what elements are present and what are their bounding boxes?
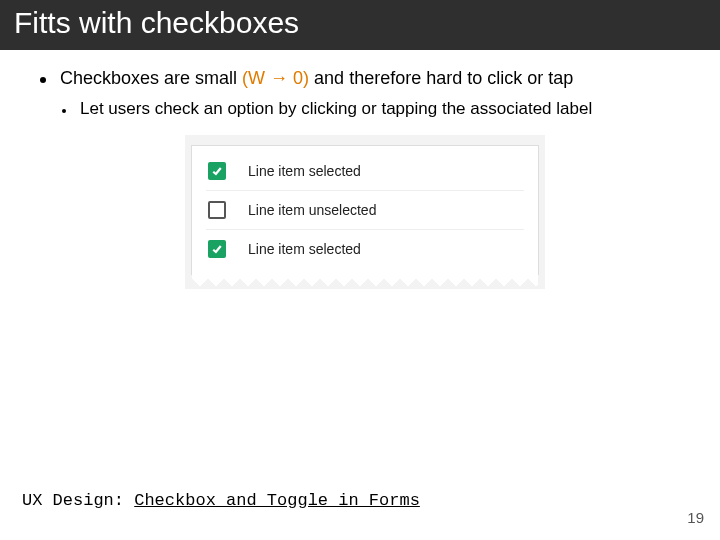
slide-title: Fitts with checkboxes — [14, 6, 299, 39]
bullet-dot-icon — [62, 109, 66, 113]
slide-body: Checkboxes are small (W → 0) and therefo… — [0, 50, 720, 289]
bullet-text-b: are small — [164, 68, 242, 88]
bullet-text-a: Checkboxes — [60, 68, 164, 88]
footer-link[interactable]: Checkbox and Toggle in Forms — [134, 491, 420, 510]
list-item[interactable]: Line item selected — [206, 152, 524, 191]
checkbox-unchecked-icon[interactable] — [208, 201, 226, 219]
bullet-text-accent: (W → 0) — [242, 68, 309, 88]
bullet-text-c: and therefore hard to click or tap — [309, 68, 573, 88]
checkbox-card: Line item selected Line item unselected … — [191, 145, 539, 275]
figure-container: Line item selected Line item unselected … — [40, 135, 690, 289]
bullet-dot-icon — [40, 77, 46, 83]
checkbox-checked-icon[interactable] — [208, 240, 226, 258]
torn-edge-icon — [192, 274, 538, 288]
checkbox-checked-icon[interactable] — [208, 162, 226, 180]
bullet-sub: Let users check an option by clicking or… — [40, 99, 690, 119]
bullet-sub-text: Let users check an option by clicking or… — [80, 99, 592, 119]
list-item-label: Line item selected — [248, 241, 361, 257]
bullet-main: Checkboxes are small (W → 0) and therefo… — [40, 68, 690, 89]
bullet-main-text: Checkboxes are small (W → 0) and therefo… — [60, 68, 573, 89]
list-item-label: Line item selected — [248, 163, 361, 179]
list-item-label: Line item unselected — [248, 202, 376, 218]
footer-prefix: UX Design: — [22, 491, 134, 510]
page-number: 19 — [687, 509, 704, 526]
list-item[interactable]: Line item unselected — [206, 191, 524, 230]
footer-citation: UX Design: Checkbox and Toggle in Forms — [22, 491, 420, 510]
checkbox-figure: Line item selected Line item unselected … — [185, 135, 545, 289]
slide-title-bar: Fitts with checkboxes — [0, 0, 720, 50]
list-item[interactable]: Line item selected — [206, 230, 524, 268]
